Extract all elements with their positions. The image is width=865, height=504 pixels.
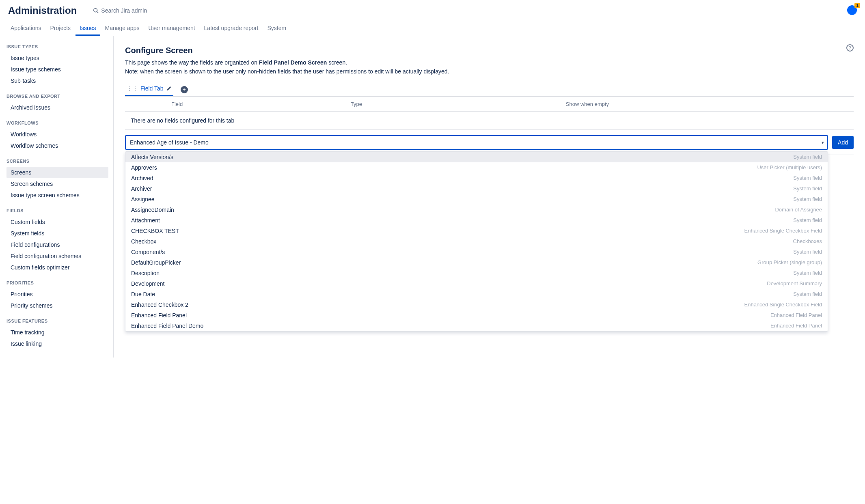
sidebar-group-title: FIELDS (6, 208, 108, 213)
option-name: Archiver (131, 185, 152, 192)
option-name: CHECKBOX TEST (131, 228, 179, 234)
sidebar-item-workflow-schemes[interactable]: Workflow schemes (6, 140, 108, 151)
page-description: This page shows the way the fields are o… (125, 59, 854, 66)
option-type: Enhanced Single Checkbox Field (744, 228, 822, 234)
sidebar-item-custom-fields-optimizer[interactable]: Custom fields optimizer (6, 262, 108, 273)
sidebar-item-issue-types[interactable]: Issue types (6, 52, 108, 64)
field-select-input[interactable] (125, 135, 828, 150)
sidebar-item-workflows[interactable]: Workflows (6, 129, 108, 140)
notification-badge: 1 (854, 3, 860, 8)
sidebar-item-issue-type-schemes[interactable]: Issue type schemes (6, 64, 108, 75)
dropdown-option[interactable]: DefaultGroupPickerGroup Picker (single g… (125, 257, 828, 268)
field-tab-label: Field Tab (140, 85, 164, 92)
dropdown-option[interactable]: AttachmentSystem field (125, 215, 828, 226)
notification-bell[interactable]: 1 (847, 5, 857, 15)
option-name: Assignee (131, 196, 155, 202)
dropdown-option[interactable]: Enhanced Field PanelEnhanced Field Panel (125, 310, 828, 321)
sidebar-item-screen-schemes[interactable]: Screen schemes (6, 178, 108, 190)
option-type: Domain of Assignee (775, 207, 822, 213)
option-type: Group Picker (single group) (757, 259, 822, 266)
sidebar-item-issue-type-screen-schemes[interactable]: Issue type screen schemes (6, 190, 108, 201)
option-type: Enhanced Field Panel (770, 312, 822, 319)
add-button[interactable]: Add (832, 136, 854, 149)
sidebar-item-system-fields[interactable]: System fields (6, 228, 108, 239)
dropdown-option[interactable]: ArchiverSystem field (125, 183, 828, 194)
sidebar-item-priorities[interactable]: Priorities (6, 289, 108, 300)
option-type: System field (793, 175, 822, 181)
option-type: Enhanced Field Panel (770, 323, 822, 329)
tab-user-management[interactable]: User management (144, 22, 199, 36)
tab-applications[interactable]: Applications (6, 22, 45, 36)
dropdown-option[interactable]: DevelopmentDevelopment Summary (125, 278, 828, 289)
option-type: Checkboxes (793, 238, 822, 245)
drag-handle-icon[interactable]: ⋮⋮ (127, 86, 138, 91)
option-name: Checkbox (131, 238, 156, 245)
dropdown-option[interactable]: Affects Version/sSystem field (125, 152, 828, 162)
column-show-when-empty: Show when empty (566, 101, 848, 107)
add-tab-button[interactable]: + (181, 86, 188, 93)
search-admin[interactable]: Search Jira admin (93, 7, 147, 14)
sidebar-item-custom-fields[interactable]: Custom fields (6, 216, 108, 228)
sidebar-item-field-configurations[interactable]: Field configurations (6, 239, 108, 250)
sidebar-group-title: BROWSE AND EXPORT (6, 94, 108, 99)
option-type: System field (793, 154, 822, 160)
header-right: 1 (847, 5, 857, 16)
tab-issues[interactable]: Issues (75, 22, 100, 36)
help-icon[interactable]: ? (846, 44, 854, 52)
search-icon (93, 8, 99, 13)
sidebar-group-title: WORKFLOWS (6, 121, 108, 125)
admin-title: Administration (8, 5, 77, 16)
sidebar-group-title: PRIORITIES (6, 280, 108, 285)
option-name: Enhanced Field Panel (131, 312, 187, 319)
sidebar-item-archived-issues[interactable]: Archived issues (6, 102, 108, 113)
option-name: Due Date (131, 291, 155, 297)
dropdown-option[interactable]: DescriptionSystem field (125, 268, 828, 278)
dropdown-option[interactable]: AssigneeSystem field (125, 194, 828, 205)
tab-latest-upgrade-report[interactable]: Latest upgrade report (200, 22, 263, 36)
dropdown-option[interactable]: AssigneeDomainDomain of Assignee (125, 205, 828, 215)
option-type: System field (793, 270, 822, 276)
dropdown-option[interactable]: ArchivedSystem field (125, 173, 828, 183)
tab-system[interactable]: System (263, 22, 290, 36)
sidebar: ISSUE TYPESIssue typesIssue type schemes… (0, 36, 114, 358)
dropdown-option[interactable]: CheckboxCheckboxes (125, 236, 828, 247)
dropdown-option[interactable]: Due DateSystem field (125, 289, 828, 299)
sidebar-group-title: SCREENS (6, 159, 108, 164)
dropdown-option[interactable]: Enhanced Field Panel DemoEnhanced Field … (125, 321, 828, 331)
dropdown-option[interactable]: ApproversUser Picker (multiple users) (125, 162, 828, 173)
edit-icon[interactable] (166, 86, 172, 91)
dropdown-option[interactable]: CHECKBOX TESTEnhanced Single Checkbox Fi… (125, 226, 828, 236)
option-type: System field (793, 249, 822, 255)
desc-screen-name: Field Panel Demo Screen (259, 59, 327, 66)
sidebar-group-title: ISSUE FEATURES (6, 319, 108, 323)
option-type: System field (793, 217, 822, 224)
empty-fields-message: There are no fields configured for this … (125, 112, 854, 130)
main-content: ? Configure Screen This page shows the w… (114, 36, 865, 358)
field-tab[interactable]: ⋮⋮ Field Tab (125, 83, 173, 96)
top-nav: ApplicationsProjectsIssuesManage appsUse… (0, 22, 865, 36)
option-type: User Picker (multiple users) (757, 164, 822, 171)
desc-pre: This page shows the way the fields are o… (125, 59, 259, 66)
sidebar-item-sub-tasks[interactable]: Sub-tasks (6, 75, 108, 86)
option-type: System field (793, 196, 822, 202)
sidebar-group-title: ISSUE TYPES (6, 44, 108, 49)
option-type: System field (793, 185, 822, 192)
dropdown-option[interactable]: Enhanced Checkbox 2Enhanced Single Check… (125, 299, 828, 310)
sidebar-item-priority-schemes[interactable]: Priority schemes (6, 300, 108, 311)
option-name: Affects Version/s (131, 154, 173, 160)
sidebar-item-screens[interactable]: Screens (6, 167, 108, 178)
page-note: Note: when the screen is shown to the us… (125, 68, 854, 75)
tab-projects[interactable]: Projects (46, 22, 75, 36)
column-field: Field (171, 101, 351, 107)
tab-manage-apps[interactable]: Manage apps (101, 22, 144, 36)
add-field-row: ▾ Affects Version/sSystem fieldApprovers… (125, 130, 854, 155)
dropdown-option[interactable]: Component/sSystem field (125, 247, 828, 257)
screen-tabs: ⋮⋮ Field Tab + (125, 83, 854, 96)
option-name: Development (131, 280, 165, 287)
sidebar-item-time-tracking[interactable]: Time tracking (6, 327, 108, 338)
field-dropdown: Affects Version/sSystem fieldApproversUs… (125, 151, 828, 332)
field-select-wrapper: ▾ Affects Version/sSystem fieldApprovers… (125, 135, 828, 150)
sidebar-item-issue-linking[interactable]: Issue linking (6, 338, 108, 349)
option-name: Archived (131, 175, 153, 181)
sidebar-item-field-configuration-schemes[interactable]: Field configuration schemes (6, 250, 108, 262)
